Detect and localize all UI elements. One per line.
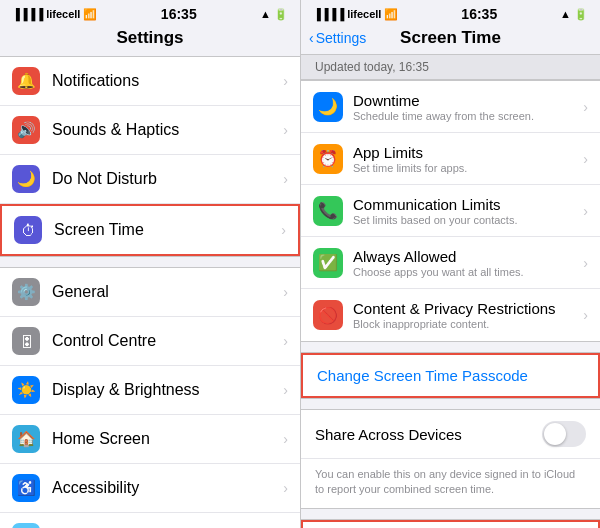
settings-item-displaybrightness[interactable]: ☀️ Display & Brightness › — [0, 366, 300, 415]
share-label: Share Across Devices — [315, 426, 542, 443]
right-location-icon: ▲ — [560, 8, 571, 20]
accessibility-chevron: › — [283, 480, 288, 496]
right-item-downtime[interactable]: 🌙 Downtime Schedule time away from the s… — [301, 81, 600, 133]
settings-item-dnd[interactable]: 🌙 Do Not Disturb › — [0, 155, 300, 204]
communicationlimits-icon: 📞 — [313, 196, 343, 226]
controlcentre-icon: 🎛 — [12, 327, 40, 355]
screentime-icon: ⏱ — [14, 216, 42, 244]
screentime-label: Screen Time — [54, 221, 277, 239]
downtime-text: Downtime Schedule time away from the scr… — [353, 92, 583, 122]
settings-item-wallpaper[interactable]: 🖼 Wallpaper › — [0, 513, 300, 528]
contentprivacy-chevron: › — [583, 307, 588, 323]
applimits-chevron: › — [583, 151, 588, 167]
settings-item-controlcentre[interactable]: 🎛 Control Centre › — [0, 317, 300, 366]
left-time: 16:35 — [161, 6, 197, 22]
accessibility-label: Accessibility — [52, 479, 279, 497]
downtime-sub: Schedule time away from the screen. — [353, 110, 583, 122]
communicationlimits-chevron: › — [583, 203, 588, 219]
general-icon: ⚙️ — [12, 278, 40, 306]
right-item-alwaysallowed[interactable]: ✅ Always Allowed Choose apps you want at… — [301, 237, 600, 289]
notifications-icon: 🔔 — [12, 67, 40, 95]
back-label: Settings — [316, 30, 367, 46]
updated-banner: Updated today, 16:35 — [301, 54, 600, 80]
homescreen-icon: 🏠 — [12, 425, 40, 453]
back-chevron-icon: ‹ — [309, 30, 314, 46]
screentime-chevron: › — [281, 222, 286, 238]
right-item-communicationlimits[interactable]: 📞 Communication Limits Set limits based … — [301, 185, 600, 237]
sounds-chevron: › — [283, 122, 288, 138]
updated-text: Updated today, 16:35 — [315, 60, 429, 74]
back-button[interactable]: ‹ Settings — [309, 30, 366, 46]
contentprivacy-text: Content & Privacy Restrictions Block ina… — [353, 300, 583, 330]
turn-off-button[interactable]: Turn Off Screen Time — [301, 520, 600, 528]
right-signal-icon: ▐▐▐▐ — [313, 8, 344, 20]
right-status-icons-right: ▲ 🔋 — [560, 8, 588, 21]
change-passcode-button[interactable]: Change Screen Time Passcode — [301, 353, 600, 398]
left-status-bar: ▐▐▐▐ lifecell 📶 16:35 ▲ 🔋 — [0, 0, 300, 24]
applimits-text: App Limits Set time limits for apps. — [353, 144, 583, 174]
settings-group-2: ⚙️ General › 🎛 Control Centre › ☀️ Displ… — [0, 267, 300, 528]
accessibility-icon: ♿ — [12, 474, 40, 502]
applimits-sub: Set time limits for apps. — [353, 162, 583, 174]
homescreen-label: Home Screen — [52, 430, 279, 448]
displaybrightness-label: Display & Brightness — [52, 381, 279, 399]
turn-off-section: Turn Off Screen Time — [301, 519, 600, 528]
sounds-icon: 🔊 — [12, 116, 40, 144]
settings-item-accessibility[interactable]: ♿ Accessibility › — [0, 464, 300, 513]
right-carrier-label: lifecell — [347, 8, 381, 20]
settings-item-general[interactable]: ⚙️ General › — [0, 268, 300, 317]
settings-item-notifications[interactable]: 🔔 Notifications › — [0, 57, 300, 106]
signal-icon: ▐▐▐▐ — [12, 8, 43, 20]
settings-group-1: 🔔 Notifications › 🔊 Sounds & Haptics › 🌙… — [0, 56, 300, 257]
right-item-contentprivacy[interactable]: 🚫 Content & Privacy Restrictions Block i… — [301, 289, 600, 341]
contentprivacy-sub: Block inappropriate content. — [353, 318, 583, 330]
controlcentre-chevron: › — [283, 333, 288, 349]
share-toggle[interactable] — [542, 421, 586, 447]
battery-icon: 🔋 — [274, 8, 288, 21]
screentime-items-group: 🌙 Downtime Schedule time away from the s… — [301, 80, 600, 342]
location-icon: ▲ — [260, 8, 271, 20]
displaybrightness-icon: ☀️ — [12, 376, 40, 404]
left-panel: ▐▐▐▐ lifecell 📶 16:35 ▲ 🔋 Settings 🔔 Not… — [0, 0, 300, 528]
right-wifi-icon: 📶 — [384, 8, 398, 21]
share-row: Share Across Devices — [301, 410, 600, 459]
downtime-chevron: › — [583, 99, 588, 115]
sounds-label: Sounds & Haptics — [52, 121, 279, 139]
communicationlimits-text: Communication Limits Set limits based on… — [353, 196, 583, 226]
dnd-chevron: › — [283, 171, 288, 187]
left-settings-list: 🔔 Notifications › 🔊 Sounds & Haptics › 🌙… — [0, 56, 300, 528]
alwaysallowed-icon: ✅ — [313, 248, 343, 278]
communicationlimits-title: Communication Limits — [353, 196, 583, 213]
contentprivacy-icon: 🚫 — [313, 300, 343, 330]
passcode-section: Change Screen Time Passcode — [301, 352, 600, 399]
dnd-label: Do Not Disturb — [52, 170, 279, 188]
general-chevron: › — [283, 284, 288, 300]
share-section: Share Across Devices You can enable this… — [301, 409, 600, 509]
applimits-icon: ⏰ — [313, 144, 343, 174]
alwaysallowed-chevron: › — [583, 255, 588, 271]
communicationlimits-sub: Set limits based on your contacts. — [353, 214, 583, 226]
right-panel: ▐▐▐▐ lifecell 📶 16:35 ▲ 🔋 ‹ Settings Scr… — [300, 0, 600, 528]
wallpaper-icon: 🖼 — [12, 523, 40, 528]
alwaysallowed-title: Always Allowed — [353, 248, 583, 265]
downtime-icon: 🌙 — [313, 92, 343, 122]
applimits-title: App Limits — [353, 144, 583, 161]
settings-item-sounds[interactable]: 🔊 Sounds & Haptics › — [0, 106, 300, 155]
alwaysallowed-text: Always Allowed Choose apps you want at a… — [353, 248, 583, 278]
homescreen-chevron: › — [283, 431, 288, 447]
right-status-bar: ▐▐▐▐ lifecell 📶 16:35 ▲ 🔋 — [301, 0, 600, 24]
left-status-icons-right: ▲ 🔋 — [260, 8, 288, 21]
general-label: General — [52, 283, 279, 301]
right-item-applimits[interactable]: ⏰ App Limits Set time limits for apps. › — [301, 133, 600, 185]
controlcentre-label: Control Centre — [52, 332, 279, 350]
notifications-label: Notifications — [52, 72, 279, 90]
settings-item-homescreen[interactable]: 🏠 Home Screen › — [0, 415, 300, 464]
right-panel-title: Screen Time — [400, 28, 501, 48]
left-panel-title: Settings — [0, 24, 300, 56]
alwaysallowed-sub: Choose apps you want at all times. — [353, 266, 583, 278]
left-carrier: ▐▐▐▐ lifecell 📶 — [12, 8, 97, 21]
right-battery-icon: 🔋 — [574, 8, 588, 21]
share-description: You can enable this on any device signed… — [301, 459, 600, 508]
settings-item-screentime[interactable]: ⏱ Screen Time › — [0, 204, 300, 256]
notifications-chevron: › — [283, 73, 288, 89]
